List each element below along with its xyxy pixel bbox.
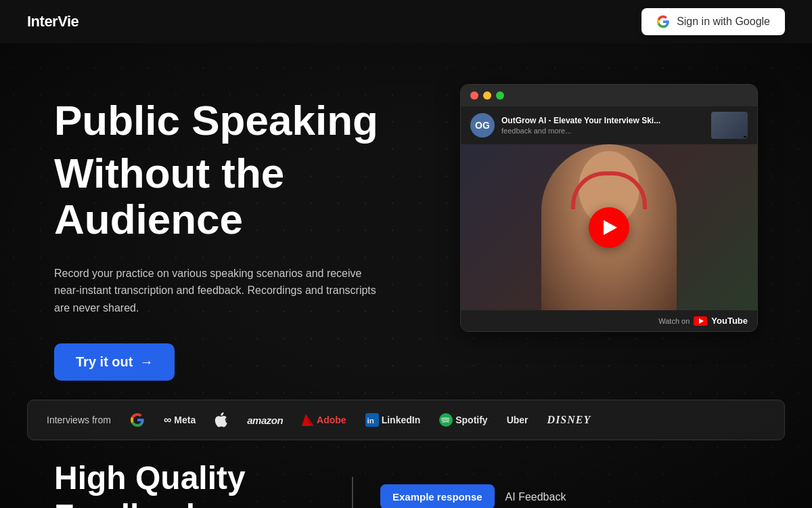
play-icon bbox=[604, 220, 617, 235]
youtube-icon bbox=[694, 316, 707, 326]
high-quality-title: High Quality Feedback bbox=[54, 459, 325, 508]
brand-linkedin: in LinkedIn bbox=[365, 413, 421, 427]
brand-disney: DISNEY bbox=[547, 414, 591, 426]
video-thumbnail[interactable] bbox=[461, 144, 757, 310]
brand-spotify: Spotify bbox=[439, 413, 487, 427]
hero-description: Record your practice on various speaking… bbox=[54, 265, 379, 317]
hero-title-line1: Public Speaking bbox=[54, 98, 433, 144]
brand-uber: Uber bbox=[507, 415, 528, 425]
navbar: InterVie Sign in with Google bbox=[0, 0, 812, 43]
try-btn-label: Try it out bbox=[76, 354, 133, 370]
brand-meta: ∞ Meta bbox=[164, 414, 196, 426]
video-channel-avatar: OG bbox=[470, 113, 495, 137]
browser-bar bbox=[461, 85, 757, 106]
svg-text:in: in bbox=[367, 416, 374, 425]
bottom-right: Example response AI Feedback bbox=[380, 484, 566, 508]
meta-icon: ∞ bbox=[164, 414, 171, 426]
watch-on-text: Watch on bbox=[658, 317, 690, 325]
logos-bar: Interviews from ∞ Meta amazon bbox=[27, 400, 785, 440]
play-button[interactable] bbox=[589, 207, 629, 248]
linkedin-icon: in bbox=[365, 413, 379, 427]
video-subtitle: feedback and more... bbox=[501, 127, 704, 135]
example-response-button[interactable]: Example response bbox=[380, 484, 495, 508]
logo: InterVie bbox=[27, 13, 78, 30]
adobe-icon bbox=[302, 414, 314, 426]
video-mini-thumbnail bbox=[711, 112, 748, 139]
try-btn-arrow: → bbox=[139, 354, 153, 370]
video-header: OG OutGrow AI - Elevate Your Interview S… bbox=[461, 106, 757, 144]
brand-adobe: Adobe bbox=[302, 414, 346, 426]
hero-left: Public Speaking Without the Audience Rec… bbox=[54, 84, 433, 381]
video-info: OutGrow AI - Elevate Your Interview Ski.… bbox=[501, 116, 704, 135]
apple-icon bbox=[215, 412, 228, 427]
google-brand-icon bbox=[130, 412, 145, 427]
hero-right: OG OutGrow AI - Elevate Your Interview S… bbox=[460, 84, 758, 332]
browser-dot-green bbox=[496, 91, 504, 100]
brand-amazon: amazon bbox=[247, 415, 283, 426]
google-icon bbox=[656, 15, 670, 28]
brand-google bbox=[130, 412, 145, 427]
browser-dot-yellow bbox=[483, 91, 491, 100]
video-title: OutGrow AI - Elevate Your Interview Ski.… bbox=[501, 116, 704, 127]
youtube-label: YouTube bbox=[711, 316, 748, 326]
sign-in-label: Sign in with Google bbox=[677, 16, 770, 28]
interviews-from-label: Interviews from bbox=[47, 415, 111, 425]
video-footer: Watch on YouTube bbox=[461, 310, 757, 331]
section-divider bbox=[352, 477, 353, 508]
sign-in-button[interactable]: Sign in with Google bbox=[641, 8, 785, 35]
ai-feedback-label: AI Feedback bbox=[505, 491, 566, 503]
brand-logos: ∞ Meta amazon Adobe in Lin bbox=[130, 412, 765, 427]
bottom-section: High Quality Feedback Example response A… bbox=[54, 459, 758, 508]
video-card: OG OutGrow AI - Elevate Your Interview S… bbox=[460, 84, 758, 332]
hero-title-line2: Without the Audience bbox=[54, 150, 433, 242]
spotify-icon bbox=[439, 413, 453, 427]
browser-dot-red bbox=[470, 91, 478, 100]
brand-apple bbox=[215, 412, 228, 427]
try-it-out-button[interactable]: Try it out → bbox=[54, 343, 175, 381]
main-content: Public Speaking Without the Audience Rec… bbox=[0, 43, 812, 381]
